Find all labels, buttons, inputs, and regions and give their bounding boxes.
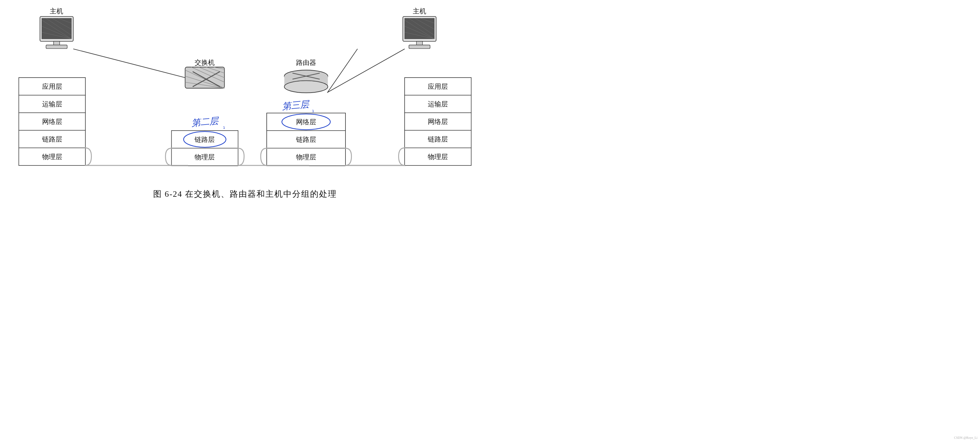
diagram-area: 主机 应用层 运输层 网络层 链路层 物理层 交换机 — [13, 6, 477, 185]
svg-text:第三层: 第三层 — [282, 99, 310, 111]
svg-text:应用层: 应用层 — [42, 83, 62, 90]
svg-text:网络层: 网络层 — [428, 118, 448, 126]
svg-text:物理层: 物理层 — [42, 153, 62, 161]
left-host-label: 主机 — [50, 7, 63, 15]
right-host-computer: 主机 — [403, 7, 436, 49]
svg-rect-9 — [46, 45, 67, 49]
switch-device: 交换机 — [185, 59, 224, 88]
figure-caption: 图 6-24 在交换机、路由器和主机中分组的处理 — [153, 188, 337, 199]
svg-rect-72 — [409, 45, 430, 49]
svg-text:运输层: 运输层 — [428, 100, 448, 108]
svg-text:物理层: 物理层 — [296, 153, 316, 161]
svg-point-46 — [284, 81, 328, 93]
svg-text:物理层: 物理层 — [195, 153, 215, 161]
svg-text:应用层: 应用层 — [428, 83, 448, 90]
svg-text:网络层: 网络层 — [296, 118, 316, 126]
svg-text:链路层: 链路层 — [428, 136, 448, 143]
switch-layers: 链路层 物理层 — [172, 131, 238, 166]
svg-text:主机: 主机 — [413, 7, 426, 15]
router-device: 路由器 — [284, 59, 328, 93]
svg-text:第二层: 第二层 — [191, 116, 220, 128]
svg-line-50 — [327, 49, 358, 93]
router-layers: 网络层 链路层 物理层 — [267, 113, 345, 166]
left-host-layers: 应用层 运输层 网络层 链路层 物理层 — [19, 78, 86, 166]
svg-text:链路层: 链路层 — [296, 136, 316, 144]
svg-rect-64 — [405, 18, 434, 39]
svg-rect-1 — [42, 18, 72, 39]
svg-text:交换机: 交换机 — [195, 59, 215, 66]
svg-line-33 — [73, 49, 185, 78]
svg-text:₁: ₁ — [312, 107, 314, 113]
left-host-computer: 主机 — [40, 7, 73, 49]
svg-text:运输层: 运输层 — [42, 100, 62, 108]
svg-text:链路层: 链路层 — [42, 136, 62, 143]
svg-line-74 — [328, 49, 405, 92]
svg-text:物理层: 物理层 — [428, 153, 448, 161]
svg-rect-8 — [54, 41, 60, 45]
right-host-layers: 应用层 运输层 网络层 链路层 物理层 — [405, 78, 471, 166]
svg-text:网络层: 网络层 — [42, 118, 62, 126]
svg-text:链路层: 链路层 — [194, 136, 215, 144]
svg-text:₁: ₁ — [223, 124, 225, 130]
svg-text:路由器: 路由器 — [296, 59, 316, 66]
svg-rect-71 — [416, 41, 422, 45]
